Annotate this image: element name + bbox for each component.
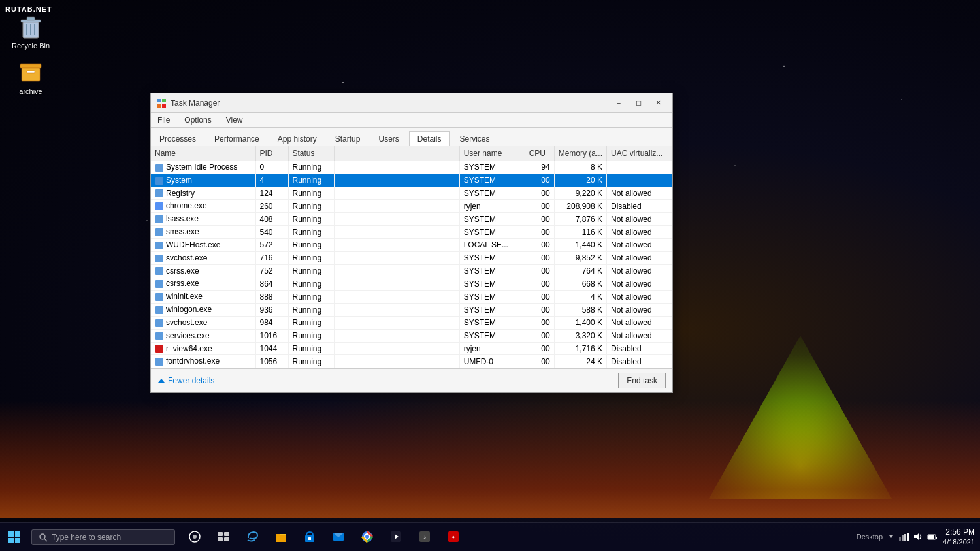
col-header-status[interactable]: Status [288,146,334,161]
edge-button[interactable] [239,524,265,550]
recycle-bin-icon[interactable]: Recycle Bin [8,13,54,50]
table-row[interactable]: svchost.exe 716 Running SYSTEM 00 9,852 … [151,251,672,264]
file-explorer-button[interactable] [268,524,294,550]
process-filler-cell [334,174,459,187]
outlook-button[interactable] [325,524,351,550]
process-memory-cell: 764 K [554,264,606,277]
archive-icon[interactable]: archive [8,59,54,95]
table-row[interactable]: smss.exe 540 Running SYSTEM 00 116 K Not… [151,226,672,239]
col-header-filler [334,146,459,161]
tab-services[interactable]: Services [451,131,498,146]
task-view-button[interactable] [210,524,237,550]
table-row[interactable]: lsass.exe 408 Running SYSTEM 00 7,876 K … [151,213,672,226]
process-cpu-cell: 00 [525,174,554,187]
table-row[interactable]: chrome.exe 260 Running ryjen 00 208,908 … [151,200,672,213]
tab-startup[interactable]: Startup [327,131,369,146]
col-header-uac[interactable]: UAC virtualiz... [607,146,672,161]
start-button[interactable] [0,523,29,552]
process-filler-cell [334,200,459,213]
process-status-cell: Running [288,161,334,174]
process-cpu-cell: 00 [525,291,554,304]
process-status-cell: Running [288,355,334,368]
process-user-cell: ryjen [459,200,525,213]
col-header-pid[interactable]: PID [255,146,288,161]
close-button[interactable]: ✕ [649,96,667,110]
tab-details[interactable]: Details [409,131,450,146]
process-uac-cell: Not allowed [607,238,672,251]
process-cpu-cell: 00 [525,342,554,355]
process-status-cell: Running [288,200,334,213]
process-icon [155,189,164,198]
process-icon [155,292,164,302]
svg-rect-38 [15,531,20,537]
store-icon [303,530,316,543]
process-user-cell: SYSTEM [459,161,525,174]
process-name-cell: smss.exe [151,226,255,239]
table-row[interactable]: WUDFHost.exe 572 Running LOCAL SE... 00 … [151,238,672,251]
taskbar-search-box[interactable]: Type here to search [31,529,175,545]
menu-options[interactable]: Options [180,114,215,126]
store-button[interactable] [297,524,323,550]
menu-view[interactable]: View [222,114,247,126]
col-header-user[interactable]: User name [459,146,525,161]
svg-rect-70 [936,537,937,539]
cortana-button[interactable] [182,524,208,550]
table-row[interactable]: fontdrvhost.exe 1056 Running UMFD-0 00 2… [151,355,672,368]
svg-rect-64 [899,537,901,541]
media-player-button[interactable] [383,524,409,550]
col-header-cpu[interactable]: CPU [525,146,554,161]
svg-text:✦: ✦ [451,534,456,541]
process-icon [155,241,164,250]
tab-processes[interactable]: Processes [151,131,204,146]
process-uac-cell: Not allowed [607,329,672,342]
table-row[interactable]: r_view64.exe 1044 Running ryjen 00 1,716… [151,342,672,355]
app8-button[interactable]: ✦ [440,524,466,550]
system-clock[interactable]: 2:56 PM 4/18/2021 [943,527,975,547]
process-name-cell: chrome.exe [151,200,255,213]
col-header-name[interactable]: Name [151,146,255,161]
table-row[interactable]: csrss.exe 752 Running SYSTEM 00 764 K No… [151,264,672,277]
col-header-memory[interactable]: Memory (a... [554,146,606,161]
svg-rect-18 [155,228,163,236]
process-name-cell: svchost.exe [151,251,255,264]
systray-expand-icon[interactable] [888,533,894,540]
table-row[interactable]: System Idle Process 0 Running SYSTEM 94 … [151,161,672,174]
process-icon [155,306,164,315]
table-row[interactable]: Registry 124 Running SYSTEM 00 9,220 K N… [151,187,672,200]
app7-button[interactable]: ♪ [412,524,438,550]
table-row[interactable]: wininit.exe 888 Running SYSTEM 00 4 K No… [151,291,672,304]
process-icon [155,202,164,211]
process-status-cell: Running [288,213,334,226]
end-task-button[interactable]: End task [618,373,666,388]
restore-button[interactable]: ◻ [629,96,647,110]
volume-icon [913,531,923,542]
chrome-button[interactable] [354,524,380,550]
tab-users[interactable]: Users [370,131,407,146]
fewer-details-button[interactable]: Fewer details [157,376,214,385]
svg-rect-66 [904,534,906,541]
process-memory-cell: 20 K [554,174,606,187]
svg-rect-9 [157,99,161,102]
systray: Desktop [857,527,980,547]
table-row[interactable]: services.exe 1016 Running SYSTEM 00 3,32… [151,329,672,342]
process-table-container[interactable]: Name PID Status User name CPU Memory (a.… [151,146,672,368]
process-cpu-cell: 00 [525,355,554,368]
process-cpu-cell: 00 [525,238,554,251]
tab-app-history[interactable]: App history [269,131,325,146]
task-manager-window: Task Manager − ◻ ✕ File Options View Pro… [150,93,673,393]
battery-icon [927,531,938,542]
table-row[interactable]: winlogon.exe 936 Running SYSTEM 00 588 K… [151,304,672,317]
tab-performance[interactable]: Performance [206,131,268,146]
svg-rect-46 [224,532,229,536]
menu-file[interactable]: File [154,114,174,126]
process-uac-cell: Not allowed [607,251,672,264]
minimize-button[interactable]: − [610,96,628,110]
desktop: RUTAB.NET Recycle Bin archive [0,0,980,551]
table-row[interactable]: svchost.exe 984 Running SYSTEM 00 1,400 … [151,316,672,329]
process-filler-cell [334,251,459,264]
process-name-cell: svchost.exe [151,316,255,329]
cortana-icon [188,530,201,543]
table-row[interactable]: System 4 Running SYSTEM 00 20 K [151,174,672,187]
table-row[interactable]: csrss.exe 864 Running SYSTEM 00 668 K No… [151,277,672,291]
process-pid-cell: 260 [255,200,288,213]
